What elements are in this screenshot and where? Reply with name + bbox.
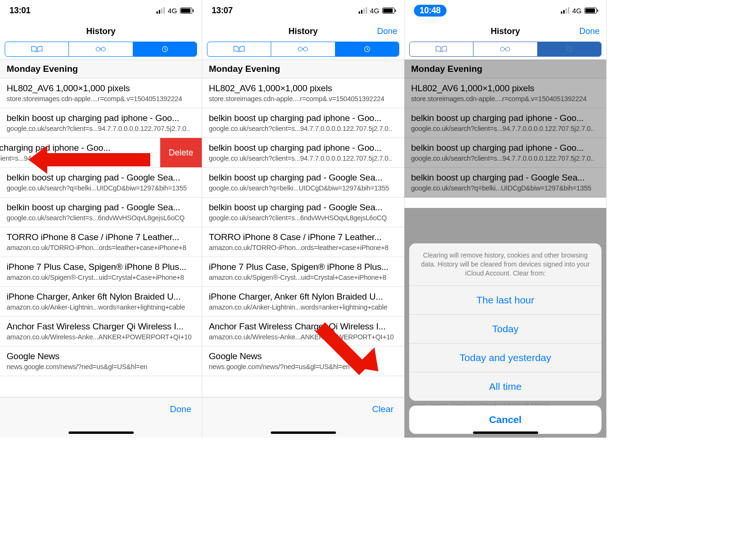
glasses-icon — [296, 45, 309, 53]
segmented-control — [5, 42, 197, 57]
signal-icon — [156, 7, 165, 14]
action-sheet: Clearing will remove history, cookies an… — [409, 243, 601, 434]
svg-point-6 — [501, 47, 505, 51]
signal-icon — [561, 7, 569, 14]
network-label: 4G — [168, 7, 177, 15]
tab-reading-list[interactable] — [69, 42, 133, 56]
network-label: 4G — [572, 7, 582, 15]
tab-reading-list[interactable] — [271, 42, 335, 56]
done-button[interactable]: Done — [170, 404, 191, 414]
status-icons: 4G — [561, 7, 597, 15]
network-label: 4G — [370, 7, 379, 15]
status-icons: 4G — [359, 7, 395, 15]
tab-history[interactable] — [133, 42, 197, 56]
svg-point-1 — [102, 47, 105, 51]
history-row[interactable]: Anchor Fast Wireless Charger Qi Wireless… — [0, 317, 202, 346]
tab-bookmarks[interactable] — [207, 42, 271, 56]
history-row[interactable]: belkin boost up charging pad iphone - Go… — [202, 108, 404, 138]
history-row[interactable]: belkin boost up charging pad - Google Se… — [202, 168, 404, 198]
history-row[interactable]: belkin boost up charging pad - Google Se… — [0, 198, 202, 227]
delete-button[interactable]: Delete — [160, 138, 202, 167]
history-row[interactable]: iPhone 7 Plus Case, Spigen® iPhone 8 Plu… — [0, 257, 202, 287]
sheet-option-all-time[interactable]: All time — [409, 372, 601, 401]
battery-icon — [180, 8, 192, 14]
signal-icon — [359, 7, 367, 14]
tab-reading-list[interactable] — [473, 42, 537, 56]
tab-history[interactable] — [335, 42, 399, 56]
history-row-swiped[interactable]: boost up charging pad iphone - Goo... uk… — [0, 138, 202, 168]
page-title: History — [86, 26, 115, 36]
book-icon — [30, 45, 43, 53]
history-row[interactable]: belkin boost up charging pad iphone - Go… — [404, 138, 606, 168]
nav-header: History Done — [202, 21, 404, 42]
history-row[interactable]: HL802_AV6 1,000×1,000 pixels store.store… — [202, 78, 404, 108]
glasses-icon — [498, 45, 512, 53]
history-row[interactable]: belkin boost up charging pad - Google Se… — [202, 198, 404, 227]
clock-icon — [158, 45, 172, 53]
tab-bookmarks[interactable] — [5, 42, 69, 56]
section-header: Monday Evening — [0, 60, 202, 78]
book-icon — [232, 45, 246, 53]
sheet-option-last-hour[interactable]: The last hour — [409, 286, 601, 315]
history-row[interactable]: Google News news.google.com/news/?ned=us… — [0, 346, 202, 376]
page-title: History — [288, 26, 318, 36]
history-row[interactable]: Google News news.google.com/news/?ned=us… — [202, 346, 404, 376]
status-bar: 13:07 4G — [202, 0, 404, 21]
nav-header: History Done — [404, 21, 606, 42]
status-time: 13:01 — [9, 6, 31, 16]
history-row[interactable]: belkin boost up charging pad iphone - Go… — [404, 108, 606, 138]
status-time-pill[interactable]: 10:48 — [414, 5, 447, 17]
battery-icon — [584, 8, 597, 14]
svg-point-7 — [506, 47, 510, 51]
segmented-control — [409, 42, 601, 57]
section-header: Monday Evening — [202, 60, 404, 78]
home-indicator[interactable] — [473, 431, 538, 434]
status-icons: 4G — [156, 7, 192, 15]
sheet-option-today[interactable]: Today — [409, 315, 601, 344]
home-indicator[interactable] — [271, 431, 336, 434]
svg-point-0 — [96, 47, 100, 51]
segmented-control — [207, 42, 399, 57]
history-row[interactable]: HL802_AV6 1,000×1,000 pixels store.store… — [0, 78, 202, 108]
history-row[interactable]: HL802_AV6 1,000×1,000 pixels store.store… — [404, 78, 606, 108]
page-title: History — [490, 26, 520, 36]
section-header: Monday Evening — [404, 60, 606, 78]
clear-button[interactable]: Clear — [372, 404, 394, 414]
sheet-cancel-button[interactable]: Cancel — [409, 405, 601, 434]
history-row[interactable]: TORRO iPhone 8 Case / iPhone 7 Leather..… — [0, 227, 202, 257]
history-row[interactable]: iPhone Charger, Anker 6ft Nylon Braided … — [202, 287, 404, 317]
history-row[interactable]: belkin boost up charging pad iphone - Go… — [202, 138, 404, 168]
screen-3-action-sheet: 10:48 4G History Done Monday Evening HL — [404, 0, 607, 438]
clock-icon — [361, 45, 374, 53]
status-time: 13:07 — [212, 6, 233, 16]
glasses-icon — [94, 45, 107, 53]
history-row[interactable]: belkin boost up charging pad - Google Se… — [404, 168, 606, 198]
done-button[interactable]: Done — [377, 21, 397, 42]
svg-point-3 — [299, 47, 302, 51]
history-row[interactable]: TORRO iPhone 8 Case / iPhone 7 Leather..… — [202, 227, 404, 257]
screen-1-swipe-delete: 13:01 4G History Monday Evening HL802_AV… — [0, 0, 202, 438]
nav-header: History — [0, 21, 202, 42]
sheet-message: Clearing will remove history, cookies an… — [409, 243, 601, 286]
history-row[interactable]: iPhone Charger, Anker 6ft Nylon Braided … — [0, 287, 202, 317]
done-button[interactable]: Done — [579, 21, 600, 42]
history-row[interactable]: belkin boost up charging pad iphone - Go… — [0, 108, 202, 138]
tab-history[interactable] — [538, 42, 601, 56]
history-row[interactable]: belkin boost up charging pad - Google Se… — [0, 168, 202, 198]
history-row[interactable]: iPhone 7 Plus Case, Spigen® iPhone 8 Plu… — [202, 257, 404, 287]
sheet-option-today-yesterday[interactable]: Today and yesterday — [409, 344, 601, 372]
history-row[interactable]: Anchor Fast Wireless Charger Qi Wireless… — [202, 317, 404, 346]
screen-2-clear: 13:07 4G History Done Monday Evening HL — [202, 0, 404, 438]
battery-icon — [382, 8, 395, 14]
book-icon — [435, 45, 448, 53]
tab-bookmarks[interactable] — [410, 42, 473, 56]
clock-icon — [563, 45, 576, 53]
home-indicator[interactable] — [69, 431, 134, 434]
svg-point-4 — [304, 47, 308, 51]
status-bar: 10:48 4G — [404, 0, 606, 21]
status-bar: 13:01 4G — [0, 0, 202, 21]
